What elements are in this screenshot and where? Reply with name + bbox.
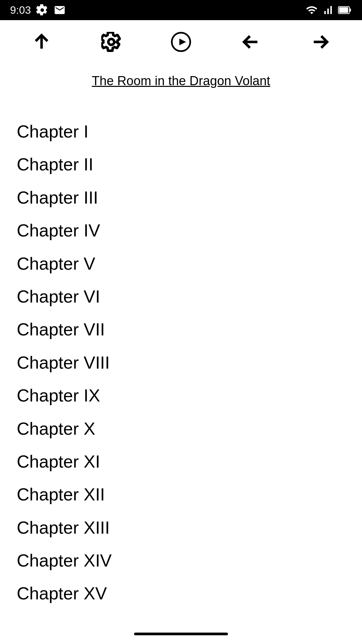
toolbar bbox=[0, 20, 362, 64]
chapter-item[interactable]: Chapter IV bbox=[17, 214, 345, 247]
wifi-icon bbox=[306, 4, 318, 16]
back-button[interactable] bbox=[237, 29, 264, 55]
chapter-item[interactable]: Chapter II bbox=[17, 148, 345, 181]
back-icon bbox=[241, 32, 261, 52]
svg-marker-5 bbox=[179, 39, 186, 45]
chapter-item[interactable]: Chapter IX bbox=[17, 379, 345, 412]
mail-status-icon bbox=[54, 4, 66, 16]
svg-rect-2 bbox=[339, 7, 348, 13]
chapter-item[interactable]: Chapter VIII bbox=[17, 346, 345, 379]
forward-button[interactable] bbox=[307, 29, 334, 55]
up-button[interactable] bbox=[28, 29, 55, 55]
status-bar: 9:03 bbox=[0, 0, 362, 20]
play-button[interactable] bbox=[168, 29, 194, 55]
book-title: The Room in the Dragon Volant bbox=[92, 74, 270, 88]
svg-rect-1 bbox=[350, 9, 351, 12]
chapter-item[interactable]: Chapter XII bbox=[17, 478, 345, 511]
status-bar-left: 9:03 bbox=[10, 4, 66, 16]
chapter-item[interactable]: Chapter VII bbox=[17, 313, 345, 346]
play-icon bbox=[171, 32, 191, 52]
chapter-item[interactable]: Chapter V bbox=[17, 247, 345, 280]
chapter-item[interactable]: Chapter XIII bbox=[17, 511, 345, 544]
forward-icon bbox=[310, 32, 330, 52]
chapter-list: Chapter IChapter IIChapter IIIChapter IV… bbox=[0, 108, 362, 630]
settings-button[interactable] bbox=[98, 29, 125, 55]
chapter-item[interactable]: Chapter XV bbox=[17, 577, 345, 610]
battery-icon bbox=[338, 4, 352, 16]
book-title-container: The Room in the Dragon Volant bbox=[0, 64, 362, 108]
signal-icon bbox=[322, 4, 334, 16]
chapter-item[interactable]: Chapter VI bbox=[17, 280, 345, 313]
status-time: 9:03 bbox=[10, 4, 31, 16]
chapter-item[interactable]: Chapter X bbox=[17, 412, 345, 445]
settings-status-icon bbox=[36, 4, 48, 16]
chapter-item[interactable]: Chapter III bbox=[17, 181, 345, 214]
status-bar-right bbox=[306, 4, 352, 16]
up-icon bbox=[32, 32, 52, 52]
bottom-bar bbox=[0, 624, 362, 644]
gear-icon bbox=[101, 32, 121, 52]
chapter-item[interactable]: Chapter XIV bbox=[17, 544, 345, 577]
chapter-item[interactable]: Chapter I bbox=[17, 115, 345, 148]
home-indicator bbox=[134, 633, 228, 635]
chapter-item[interactable]: Chapter XI bbox=[17, 445, 345, 478]
